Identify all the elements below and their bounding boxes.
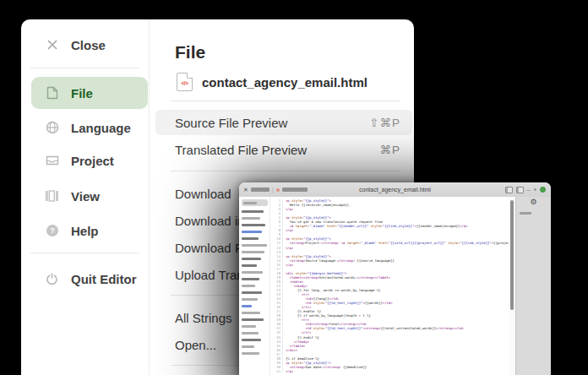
sidebar-item-label: Help <box>71 224 99 238</box>
window-titlebar[interactable]: contact_agency_email.html ✕ | – <box>239 182 551 198</box>
titlebar-tabs: ✕ | <box>243 186 308 193</box>
blurred-string-item <box>242 352 259 355</box>
blurred-string-item <box>242 332 259 334</box>
green-window-button[interactable] <box>540 187 546 193</box>
file-name: contact_agency_email.html <box>202 75 368 90</box>
sidebar-divider <box>30 68 139 68</box>
menu-item-label: Download in <box>175 214 245 228</box>
editor-right-panel: ⚙ <box>515 197 551 375</box>
menu-item-translated-file-preview[interactable]: Translated File Preview ⌘P <box>155 137 412 162</box>
blurred-string-item <box>242 251 264 253</box>
zoom-dot-icon[interactable] <box>534 188 536 191</box>
sidebar-item-label: Quit Editor <box>71 272 137 286</box>
help-icon: ? <box>45 224 59 238</box>
blurred-string-item <box>242 345 254 348</box>
shortcut-label: ⇧⌘P <box>369 116 400 129</box>
menu-divider <box>171 101 400 101</box>
menu-divider <box>171 171 400 171</box>
sidebar-item-label: Language <box>71 121 131 135</box>
blurred-string-item <box>242 231 262 233</box>
blurred-string-item <box>242 244 267 247</box>
blurred-string-item <box>242 305 252 307</box>
search-placeholder-blur <box>243 202 257 204</box>
blurred-tab-label[interactable] <box>282 188 308 192</box>
sidebar-item-close[interactable]: Close <box>31 29 148 61</box>
blurred-string-item <box>242 291 262 294</box>
sidebar-item-label: File <box>71 86 93 101</box>
menu-sidebar: Close File Language Project View <box>21 19 150 375</box>
menu-item-label: Download <box>175 187 231 201</box>
close-icon <box>45 38 59 52</box>
sidebar-item-view[interactable]: View <box>31 180 148 212</box>
minimize-icon[interactable]: – <box>527 187 531 193</box>
blurred-panel-text <box>520 212 531 215</box>
sidebar-item-file[interactable]: File <box>31 77 148 109</box>
sidebar-item-label: Project <box>71 154 114 168</box>
code-line: 11 <strong>Project:</strong> <a target="… <box>270 241 509 245</box>
sidebar-item-label: View <box>71 189 100 204</box>
menu-item-source-file-preview[interactable]: Source File Preview ⇧⌘P <box>155 110 412 135</box>
svg-text:?: ? <box>50 226 55 235</box>
source-preview-window: contact_agency_email.html ✕ | – 1<p styl… <box>239 182 551 375</box>
sidebar-item-label: Close <box>71 38 106 52</box>
menu-item-label: Source File Preview <box>175 116 287 130</box>
blurred-tab-label[interactable] <box>251 188 270 192</box>
window-controls: – <box>505 187 546 193</box>
close-tab-icon[interactable]: ✕ <box>243 187 248 193</box>
current-file-row: </> contact_agency_email.html <box>177 69 368 95</box>
blurred-string-item <box>242 224 265 226</box>
page-title: File <box>175 42 205 62</box>
menu-item-label: Open... <box>175 338 216 352</box>
sidebar-divider <box>30 253 139 253</box>
blurred-string-list <box>242 210 268 355</box>
scrollbar-thumb[interactable] <box>510 200 514 310</box>
window-body: 1<p style="{{p_style}}">2 Hello {{receiv… <box>239 197 551 375</box>
blurred-string-item <box>242 271 263 274</box>
menu-item-label: All Strings <box>175 311 232 325</box>
tab-separator: | <box>272 186 274 193</box>
panel-toggle-icon[interactable] <box>516 187 524 193</box>
code-lines[interactable]: 1<p style="{{p_style}}">2 Hello {{receiv… <box>270 197 509 375</box>
blurred-string-item <box>242 258 261 260</box>
code-line: 41</p> <box>270 369 509 373</box>
search-in-file-input[interactable] <box>242 199 268 206</box>
blurred-string-item <box>242 237 259 240</box>
file-type-dot-icon <box>276 188 280 192</box>
sidebar-item-project[interactable]: Project <box>31 144 148 177</box>
blurred-string-item <box>242 312 260 314</box>
blurred-string-item <box>242 318 264 321</box>
sidebar-item-language[interactable]: Language <box>31 111 148 144</box>
scrollbar-track[interactable] <box>509 197 515 375</box>
blurred-string-item <box>242 210 264 213</box>
blurred-string-item <box>242 325 256 328</box>
blurred-string-item <box>242 285 255 287</box>
blurred-string-item <box>242 217 260 220</box>
menu-item-label: Translated File Preview <box>175 143 307 157</box>
file-icon <box>45 86 59 101</box>
menu-item-label: Download Fi <box>175 241 245 255</box>
globe-icon <box>45 121 59 135</box>
blurred-string-item <box>242 298 258 301</box>
gear-icon[interactable]: ⚙ <box>529 198 539 207</box>
html-file-icon: </> <box>177 73 193 91</box>
blurred-string-item <box>242 264 257 267</box>
strings-sidebar <box>239 197 270 375</box>
panel-toggle-icon[interactable] <box>505 187 513 193</box>
blurred-string-item <box>242 278 259 280</box>
project-tray-icon <box>45 154 59 168</box>
shortcut-label: ⌘P <box>379 143 400 156</box>
view-columns-icon <box>45 189 59 204</box>
sidebar-item-quit-editor[interactable]: Quit Editor <box>31 263 148 295</box>
sidebar-item-help[interactable]: ? Help <box>31 215 148 247</box>
power-icon <box>45 272 59 286</box>
blurred-string-item <box>242 339 261 341</box>
